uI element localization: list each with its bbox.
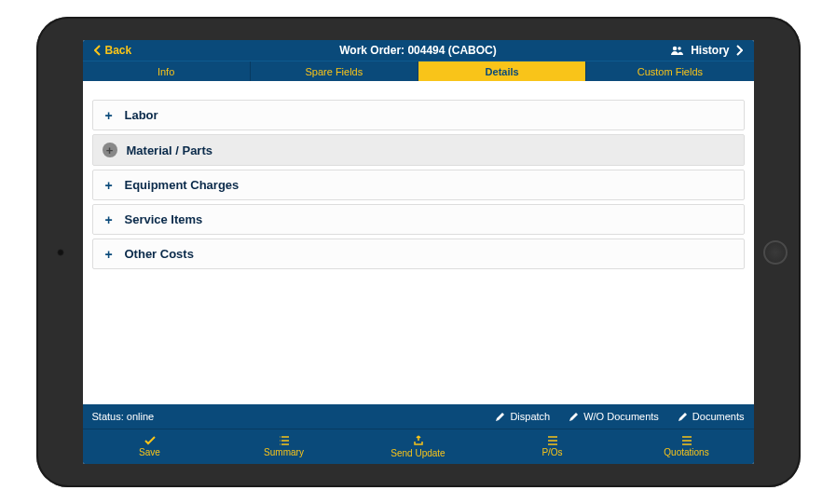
section-labor[interactable]: + Labor xyxy=(92,100,745,130)
bottom-label: Summary xyxy=(264,447,304,457)
section-label: Material / Parts xyxy=(127,143,213,157)
tab-label: Info xyxy=(158,66,174,77)
chevron-right-icon xyxy=(735,45,743,56)
status-bar: Status: online Dispatch W/O Documents Do… xyxy=(83,404,754,429)
wo-documents-link[interactable]: W/O Documents xyxy=(569,411,659,422)
link-label: W/O Documents xyxy=(583,411,659,422)
tab-label: Details xyxy=(486,66,519,77)
pencil-icon xyxy=(678,412,688,422)
link-label: Documents xyxy=(692,411,745,422)
svg-point-0 xyxy=(673,47,677,50)
documents-link[interactable]: Documents xyxy=(678,411,745,422)
section-material-parts[interactable]: + Material / Parts xyxy=(92,134,745,166)
pencil-icon xyxy=(569,412,579,422)
bottom-send-update[interactable]: Send Update xyxy=(351,429,486,464)
tablet-frame: Back Work Order: 004494 (CABOC) History … xyxy=(36,17,801,487)
plus-icon: + xyxy=(103,109,116,122)
status-actions: Dispatch W/O Documents Documents xyxy=(495,411,744,422)
back-label: Back xyxy=(105,44,132,57)
svg-point-1 xyxy=(678,47,681,50)
check-icon xyxy=(144,436,156,445)
section-other-costs[interactable]: + Other Costs xyxy=(92,238,745,269)
tab-label: Custom Fields xyxy=(637,66,703,77)
section-label: Labor xyxy=(125,108,158,122)
tab-custom-fields[interactable]: Custom Fields xyxy=(586,61,753,81)
top-bar: Back Work Order: 004494 (CABOC) History xyxy=(83,40,754,61)
plus-icon: + xyxy=(103,179,116,192)
page-title: Work Order: 004494 (CABOC) xyxy=(339,44,497,57)
status-text: Status: online xyxy=(92,411,155,422)
pencil-icon xyxy=(495,412,505,422)
history-label: History xyxy=(691,44,729,57)
plus-icon: + xyxy=(103,248,116,261)
tablet-home-button[interactable] xyxy=(763,240,788,265)
history-button[interactable]: History xyxy=(670,44,742,57)
tab-bar: Info Spare Fields Details Custom Fields xyxy=(83,61,754,81)
bottom-label: P/Os xyxy=(541,447,562,457)
bottom-save[interactable]: Save xyxy=(83,429,217,464)
share-icon xyxy=(413,435,424,446)
bottom-quotations[interactable]: Quotations xyxy=(620,429,754,464)
back-button[interactable]: Back xyxy=(94,44,132,57)
tab-details[interactable]: Details xyxy=(418,61,586,81)
tab-spare-fields[interactable]: Spare Fields xyxy=(251,61,418,81)
lines-icon xyxy=(681,436,692,445)
section-equipment-charges[interactable]: + Equipment Charges xyxy=(92,170,745,200)
dispatch-link[interactable]: Dispatch xyxy=(495,411,550,422)
app-screen: Back Work Order: 004494 (CABOC) History … xyxy=(83,40,754,464)
lines-icon xyxy=(547,436,558,445)
tablet-camera xyxy=(57,249,64,256)
bottom-label: Save xyxy=(139,447,160,457)
link-label: Dispatch xyxy=(510,411,550,422)
people-icon xyxy=(670,45,685,56)
tab-info[interactable]: Info xyxy=(83,61,251,81)
bottom-label: Quotations xyxy=(664,447,708,457)
plus-circle-icon: + xyxy=(103,143,117,157)
content-area: + Labor + Material / Parts + Equipment C… xyxy=(83,81,754,404)
bottom-label: Send Update xyxy=(391,448,445,458)
section-label: Service Items xyxy=(125,212,203,226)
section-service-items[interactable]: + Service Items xyxy=(92,204,745,235)
bottom-bar: Save Summary Send Update P/Os Quotations xyxy=(83,429,754,464)
chevron-left-icon xyxy=(94,45,102,56)
section-label: Other Costs xyxy=(125,247,194,261)
section-label: Equipment Charges xyxy=(125,178,240,192)
list-icon xyxy=(279,436,290,445)
plus-icon: + xyxy=(103,213,116,226)
bottom-summary[interactable]: Summary xyxy=(217,429,351,464)
tab-label: Spare Fields xyxy=(305,66,363,77)
bottom-pos[interactable]: P/Os xyxy=(486,429,620,464)
